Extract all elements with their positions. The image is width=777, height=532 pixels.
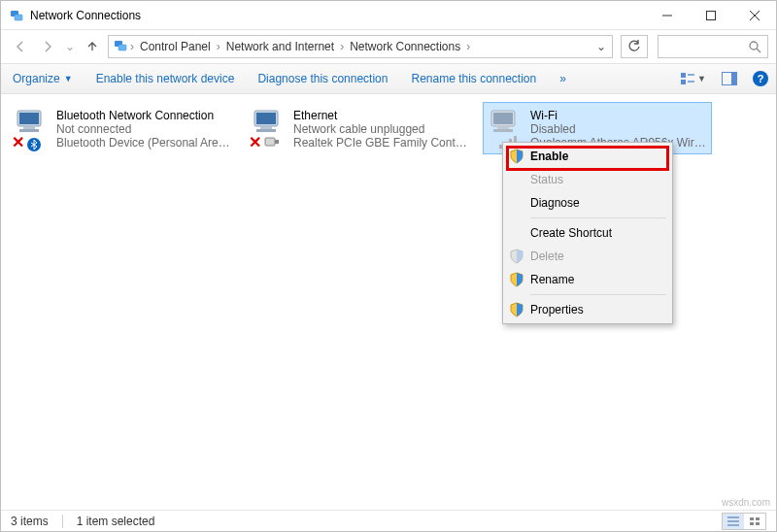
svg-rect-15: [731, 73, 737, 84]
enable-label: Enable this network device: [96, 72, 235, 85]
navigation-bar: ⌄ › Control Panel › Network and Internet…: [1, 30, 776, 63]
chevron-right-icon[interactable]: ›: [340, 40, 344, 53]
rename-label: Rename this connection: [411, 72, 536, 85]
help-button[interactable]: ?: [753, 71, 768, 86]
organize-menu[interactable]: Organize ▼: [9, 68, 77, 89]
breadcrumb-item[interactable]: Network Connections: [346, 38, 464, 55]
title-bar: Network Connections: [1, 1, 776, 30]
svg-rect-11: [681, 80, 686, 84]
shield-icon: [509, 149, 524, 164]
context-menu: Enable Status Diagnose Create Shortcut D…: [502, 142, 673, 324]
context-item-delete: Delete: [503, 245, 672, 268]
status-bar: 3 items 1 item selected: [1, 510, 776, 531]
svg-rect-27: [493, 113, 513, 124]
details-view-icon[interactable]: [723, 514, 744, 529]
address-bar[interactable]: › Control Panel › Network and Internet ›…: [108, 35, 613, 58]
refresh-button[interactable]: [621, 35, 648, 58]
search-input[interactable]: [658, 35, 768, 58]
maximize-button[interactable]: [689, 1, 732, 30]
close-button[interactable]: [732, 1, 776, 30]
preview-pane-button[interactable]: [722, 72, 737, 85]
svg-rect-23: [256, 129, 276, 132]
shield-icon: [509, 249, 524, 264]
context-label: Rename: [530, 273, 574, 286]
context-item-enable[interactable]: Enable: [503, 145, 672, 168]
context-label: Enable: [530, 150, 568, 163]
context-item-properties[interactable]: Properties: [503, 298, 672, 321]
connection-name: Bluetooth Network Connection: [56, 109, 233, 122]
breadcrumb-item[interactable]: Control Panel: [136, 38, 215, 55]
connection-item-ethernet[interactable]: ✕ Ethernet Network cable unplugged Realt…: [246, 102, 475, 154]
chevron-right-icon[interactable]: ›: [217, 40, 220, 53]
disconnected-icon: ✕: [12, 133, 24, 151]
chevron-right-icon[interactable]: ›: [466, 40, 470, 53]
context-item-diagnose[interactable]: Diagnose: [503, 191, 672, 215]
svg-rect-25: [275, 140, 279, 144]
overflow-button[interactable]: »: [556, 68, 570, 89]
chevron-down-icon: ▼: [64, 74, 73, 83]
address-dropdown[interactable]: ⌄: [591, 40, 612, 53]
connection-device: Bluetooth Device (Personal Area ...: [56, 136, 233, 150]
connection-device: Realtek PCIe GBE Family Controller: [293, 136, 470, 150]
svg-rect-18: [23, 126, 35, 129]
connection-name: Ethernet: [293, 109, 470, 122]
back-button[interactable]: [9, 35, 32, 58]
adapter-icon: ✕: [14, 107, 56, 150]
connection-name: Wi-Fi: [530, 109, 707, 122]
svg-rect-22: [260, 126, 272, 129]
svg-rect-24: [265, 138, 275, 146]
up-button[interactable]: [81, 35, 104, 58]
diagnose-connection-button[interactable]: Diagnose this connection: [253, 68, 391, 89]
network-icon: [9, 8, 24, 23]
svg-rect-1: [15, 15, 22, 20]
svg-rect-37: [750, 517, 754, 520]
svg-rect-38: [756, 517, 760, 520]
item-count: 3 items: [11, 515, 49, 528]
svg-rect-19: [19, 129, 39, 132]
svg-rect-39: [750, 522, 754, 525]
view-options-button[interactable]: ▼: [680, 72, 706, 85]
context-label: Create Shortcut: [530, 226, 612, 240]
context-item-status: Status: [503, 168, 672, 191]
breadcrumb-item[interactable]: Network and Internet: [222, 38, 338, 55]
chevron-down-icon: ▼: [697, 74, 706, 83]
shield-icon: [509, 272, 524, 287]
selection-count: 1 item selected: [77, 515, 155, 528]
svg-rect-21: [256, 113, 276, 124]
bluetooth-icon: [27, 138, 41, 151]
svg-rect-40: [756, 522, 760, 525]
diagnose-label: Diagnose this connection: [257, 72, 388, 85]
window-title: Network Connections: [30, 9, 141, 22]
watermark: wsxdn.com: [722, 497, 770, 508]
context-label: Diagnose: [530, 196, 580, 210]
rename-connection-button[interactable]: Rename this connection: [407, 68, 540, 89]
ethernet-plug-icon: [264, 137, 280, 151]
view-toggle[interactable]: [722, 513, 766, 530]
minimize-button[interactable]: [645, 1, 689, 30]
context-label: Status: [530, 173, 563, 186]
separator: [62, 515, 63, 528]
connection-item-bluetooth[interactable]: ✕ Bluetooth Network Connection Not conne…: [9, 102, 238, 154]
shield-icon: [509, 302, 524, 317]
forward-button[interactable]: [36, 35, 59, 58]
enable-device-button[interactable]: Enable this network device: [92, 68, 239, 89]
large-icons-view-icon[interactable]: [744, 514, 765, 529]
disconnected-icon: ✕: [249, 133, 261, 151]
svg-rect-29: [493, 129, 513, 132]
network-icon: [113, 38, 128, 56]
connection-status: Disabled: [530, 122, 707, 136]
svg-rect-7: [118, 45, 126, 50]
overflow-label: »: [559, 72, 566, 85]
recent-locations-button[interactable]: ⌄: [63, 35, 77, 58]
connection-status: Not connected: [56, 122, 233, 136]
context-item-create-shortcut[interactable]: Create Shortcut: [503, 221, 672, 245]
context-item-rename[interactable]: Rename: [503, 268, 672, 291]
svg-rect-28: [497, 126, 509, 129]
svg-rect-17: [19, 113, 39, 124]
connection-status: Network cable unplugged: [293, 122, 470, 136]
chevron-right-icon[interactable]: ›: [130, 40, 134, 53]
context-label: Properties: [530, 303, 584, 316]
adapter-icon: ✕: [251, 107, 293, 150]
context-label: Delete: [530, 249, 564, 263]
search-icon: [748, 40, 761, 53]
